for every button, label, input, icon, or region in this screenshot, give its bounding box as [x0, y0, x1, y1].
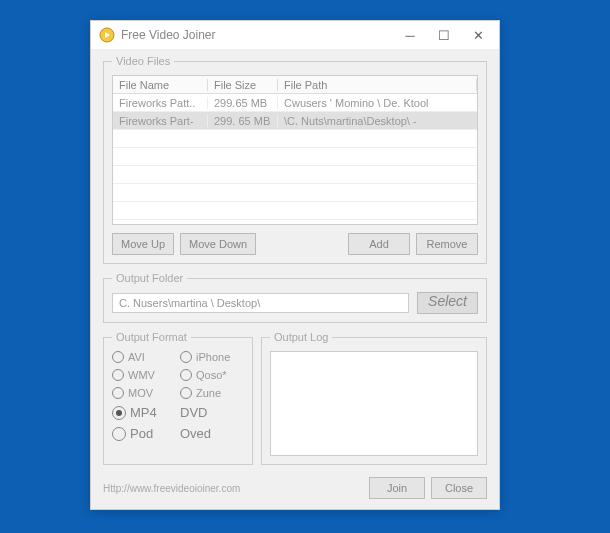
window-title: Free Video Joiner: [121, 28, 393, 42]
cell-filename: Fireworks Patt..: [113, 97, 208, 109]
cell-filesize: 299. 65 MB: [208, 115, 278, 127]
table-row[interactable]: Fireworks Part- 299. 65 MB \C. Nuts\mart…: [113, 112, 477, 130]
cell-filepath: \C. Nuts\martina\Desktop\ -: [278, 115, 477, 127]
radio-zune[interactable]: Zune: [180, 387, 244, 399]
join-button[interactable]: Join: [369, 477, 425, 499]
radio-avi[interactable]: AVI: [112, 351, 176, 363]
output-format-legend: Output Format: [112, 331, 191, 343]
app-icon: [99, 27, 115, 43]
col-filepath[interactable]: File Path: [278, 79, 477, 91]
radio-dvd[interactable]: DVD: [180, 405, 244, 420]
output-log-group: Output Log: [261, 331, 487, 465]
app-window: Free Video Joiner ─ ☐ ✕ Video Files File…: [90, 20, 500, 510]
remove-button[interactable]: Remove: [416, 233, 478, 255]
add-button[interactable]: Add: [348, 233, 410, 255]
footer: Http://www.freevideoioiner.com Join Clos…: [103, 477, 487, 499]
content-area: Video Files File Name File Size File Pat…: [91, 49, 499, 503]
radio-qoso[interactable]: Qoso*: [180, 369, 244, 381]
output-format-group: Output Format AVI iPhone WMV Qoso* MOV Z…: [103, 331, 253, 465]
close-button[interactable]: Close: [431, 477, 487, 499]
titlebar[interactable]: Free Video Joiner ─ ☐ ✕: [91, 21, 499, 49]
radio-pod[interactable]: Pod: [112, 426, 176, 441]
col-filename[interactable]: File Name: [113, 79, 208, 91]
move-up-button[interactable]: Move Up: [112, 233, 174, 255]
table-row[interactable]: [113, 202, 477, 220]
maximize-button[interactable]: ☐: [427, 21, 461, 49]
table-header: File Name File Size File Path: [113, 76, 477, 94]
col-filesize[interactable]: File Size: [208, 79, 278, 91]
file-table[interactable]: File Name File Size File Path Fireworks …: [112, 75, 478, 225]
log-box: [270, 351, 478, 456]
video-files-legend: Video Files: [112, 55, 174, 67]
output-log-legend: Output Log: [270, 331, 332, 343]
table-row[interactable]: [113, 130, 477, 148]
output-folder-group: Output Folder Select: [103, 272, 487, 323]
move-down-button[interactable]: Move Down: [180, 233, 256, 255]
table-row[interactable]: [113, 166, 477, 184]
radio-iphone[interactable]: iPhone: [180, 351, 244, 363]
radio-mp4[interactable]: MP4: [112, 405, 176, 420]
radio-oved[interactable]: Oved: [180, 426, 244, 441]
table-row[interactable]: [113, 148, 477, 166]
output-folder-legend: Output Folder: [112, 272, 187, 284]
video-files-group: Video Files File Name File Size File Pat…: [103, 55, 487, 264]
radio-wmv[interactable]: WMV: [112, 369, 176, 381]
cell-filesize: 299.65 MB: [208, 97, 278, 109]
cell-filename: Fireworks Part-: [113, 115, 208, 127]
website-link[interactable]: Http://www.freevideoioiner.com: [103, 483, 240, 494]
cell-filepath: Cwusers ' Momino \ De. Ktool: [278, 97, 477, 109]
select-folder-button[interactable]: Select: [417, 292, 478, 314]
table-row[interactable]: [113, 184, 477, 202]
table-row[interactable]: Fireworks Patt.. 299.65 MB Cwusers ' Mom…: [113, 94, 477, 112]
close-window-button[interactable]: ✕: [461, 21, 495, 49]
radio-mov[interactable]: MOV: [112, 387, 176, 399]
output-folder-input[interactable]: [112, 293, 409, 313]
minimize-button[interactable]: ─: [393, 21, 427, 49]
